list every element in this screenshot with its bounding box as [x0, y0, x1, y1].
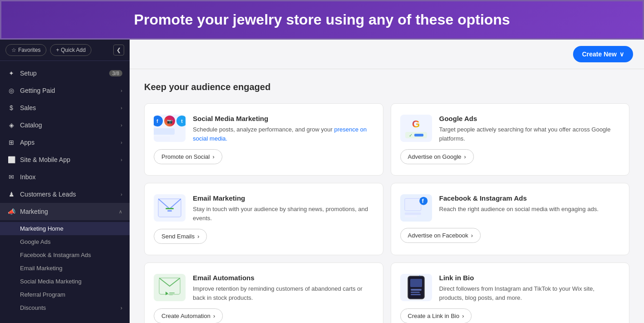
card-description: Target people actively searching for wha…: [439, 125, 620, 143]
quick-add-button[interactable]: + Quick Add: [50, 44, 91, 56]
twitter-icon: t: [176, 116, 186, 126]
setup-badge: 3/8: [109, 70, 122, 76]
promo-banner: Promote your jewelry store using any of …: [0, 0, 644, 40]
sidebar-item-label: Site & Mobile App: [20, 156, 116, 163]
email-automations-icon: [154, 274, 186, 301]
svg-rect-3: [404, 198, 421, 211]
facebook-instagram-ads-icon: f: [400, 194, 432, 222]
promote-on-social-button[interactable]: Promote on Social ›: [154, 149, 222, 164]
sidebar-item-label: Inbox: [20, 173, 122, 181]
setup-icon: ✦: [7, 69, 15, 77]
chevron-right-icon: ›: [464, 153, 466, 160]
chevron-right-icon: ›: [213, 313, 215, 319]
card-text: Facebook & Instagram Ads Reach the right…: [439, 194, 599, 214]
create-new-label: Create New: [582, 50, 617, 58]
instagram-icon: 📷: [164, 116, 175, 126]
chevron-right-icon: ›: [121, 122, 122, 128]
sidebar-item-label: Getting Paid: [20, 87, 116, 94]
catalog-icon: ◈: [7, 121, 15, 129]
sidebar-nav: ✦ Setup 3/8 ◎ Getting Paid › $ Sales › ◈…: [0, 61, 130, 320]
svg-rect-15: [411, 294, 421, 295]
subnav-item-marketing-home[interactable]: Marketing Home: [0, 222, 130, 235]
svg-rect-10: [169, 294, 173, 295]
create-new-button[interactable]: Create New ∨: [573, 46, 633, 62]
subnav-item-referral-program[interactable]: Referral Program: [0, 288, 130, 301]
content-header: Create New ∨: [130, 40, 644, 69]
card-title: Email Marketing: [193, 194, 374, 202]
customers-icon: ♟: [7, 190, 15, 198]
chevron-down-icon: ∨: [619, 50, 624, 58]
sidebar-item-site-mobile[interactable]: ⬜ Site & Mobile App ›: [0, 151, 130, 168]
card-text: Email Automations Improve retention by r…: [193, 274, 374, 302]
sidebar-item-marketing[interactable]: 📣 Marketing ∧: [0, 203, 130, 220]
send-emails-button[interactable]: Send Emails ›: [154, 229, 207, 244]
card-text: Email Marketing Stay in touch with your …: [193, 194, 374, 222]
section-title: Keep your audience engaged: [144, 82, 629, 92]
svg-rect-4: [404, 212, 421, 215]
sidebar-item-apps[interactable]: ⊞ Apps ›: [0, 134, 130, 151]
advertise-on-google-button[interactable]: Advertise on Google ›: [400, 149, 474, 164]
sidebar-item-sales[interactable]: $ Sales ›: [0, 99, 130, 116]
card-text: Social Media Marketing Schedule posts, a…: [193, 115, 374, 143]
card-email-automations: Email Automations Improve retention by r…: [144, 262, 383, 323]
svg-rect-14: [411, 292, 420, 293]
facebook-icon: f: [154, 116, 163, 126]
sidebar-item-setup[interactable]: ✦ Setup 3/8: [0, 65, 130, 82]
subnav-item-email-marketing[interactable]: Email Marketing: [0, 262, 130, 275]
apps-icon: ⊞: [7, 138, 15, 146]
card-description: Stay in touch with your audience by shar…: [193, 205, 374, 222]
advertise-on-facebook-button[interactable]: Advertise on Facebook ›: [400, 228, 481, 243]
svg-rect-12: [410, 279, 422, 287]
card-email-marketing: Email Marketing Stay in touch with your …: [144, 183, 383, 255]
chevron-right-icon: ›: [121, 105, 122, 111]
chevron-right-icon: ›: [197, 233, 199, 240]
getting-paid-icon: ◎: [7, 86, 15, 95]
cards-grid: f 📷 t Social Media Marketing Schedule po…: [144, 103, 629, 323]
card-social-media-marketing: f 📷 t Social Media Marketing Schedule po…: [144, 103, 383, 176]
chevron-right-icon: ›: [121, 140, 122, 145]
sidebar-item-label: Apps: [20, 139, 116, 146]
chevron-right-icon: ›: [121, 157, 122, 162]
create-link-in-bio-button[interactable]: Create a Link in Bio ›: [400, 308, 472, 323]
card-top: Email Automations Improve retention by r…: [154, 274, 374, 302]
subnav-item-google-ads[interactable]: Google Ads: [0, 235, 130, 248]
card-facebook-instagram-ads: f Facebook & Instagram Ads Reach the rig…: [391, 183, 630, 255]
chevron-right-icon: ›: [212, 153, 214, 160]
card-text: Google Ads Target people actively search…: [439, 115, 620, 143]
email-marketing-icon: [154, 194, 186, 222]
chevron-up-icon: ∧: [119, 209, 122, 215]
chevron-right-icon: ›: [462, 313, 464, 319]
create-automation-button[interactable]: Create Automation ›: [154, 308, 223, 323]
subnav-item-discounts[interactable]: Discounts ›: [0, 301, 130, 314]
quick-add-label: + Quick Add: [56, 47, 86, 53]
sidebar-top-bar: ☆ Favorites + Quick Add ❮: [0, 40, 130, 61]
card-title: Facebook & Instagram Ads: [439, 194, 599, 202]
card-google-ads: G ✓ Google Ads Target people actively se…: [391, 103, 630, 176]
subnav-item-facebook-instagram[interactable]: Facebook & Instagram Ads: [0, 248, 130, 262]
chevron-right-icon: ›: [121, 88, 122, 93]
card-description: Improve retention by reminding customers…: [193, 284, 374, 302]
sidebar-item-catalog[interactable]: ◈ Catalog ›: [0, 116, 130, 134]
banner-text: Promote your jewelry store using any of …: [134, 11, 510, 28]
card-text: Link in Bio Direct followers from Instag…: [439, 274, 620, 302]
sidebar-item-inbox[interactable]: ✉ Inbox: [0, 168, 130, 186]
marketing-subnav: Marketing Home Google Ads Facebook & Ins…: [0, 220, 130, 316]
card-description: Reach the right audience on social media…: [439, 205, 599, 214]
svg-rect-2: [167, 210, 172, 212]
chevron-right-icon: ›: [471, 232, 473, 239]
favorites-label: Favorites: [18, 47, 40, 53]
sidebar-collapse-button[interactable]: ❮: [113, 45, 124, 56]
card-title: Email Automations: [193, 274, 374, 282]
main-layout: ☆ Favorites + Quick Add ❮ ✦ Setup 3/8 ◎ …: [0, 40, 644, 323]
sidebar-item-customers[interactable]: ♟ Customers & Leads ›: [0, 186, 130, 203]
card-top: f 📷 t Social Media Marketing Schedule po…: [154, 115, 374, 143]
card-title: Google Ads: [439, 115, 620, 122]
favorites-button[interactable]: ☆ Favorites: [5, 44, 46, 56]
subnav-item-social-media-marketing[interactable]: Social Media Marketing: [0, 275, 130, 288]
sidebar-item-getting-paid[interactable]: ◎ Getting Paid ›: [0, 82, 130, 99]
star-icon: ☆: [11, 47, 16, 53]
card-link-in-bio: › Link in Bio Direct followers from Inst…: [391, 262, 630, 323]
card-top: Email Marketing Stay in touch with your …: [154, 194, 374, 222]
main-content: Create New ∨ Keep your audience engaged …: [130, 40, 644, 323]
chevron-right-icon: ›: [121, 304, 122, 311]
